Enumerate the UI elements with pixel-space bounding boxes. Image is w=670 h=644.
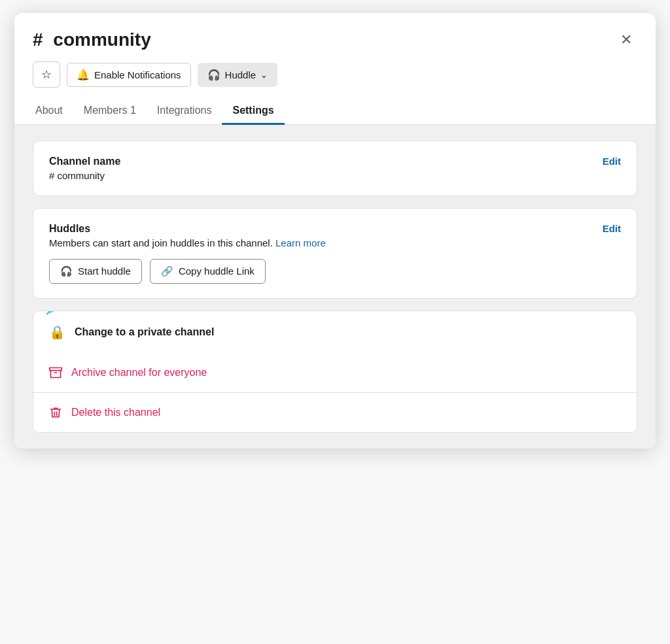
channel-hash: # [33,29,43,50]
copy-huddle-link-label: Copy huddle Link [179,265,255,277]
channel-actions-card-inner: 🔒 Change to a private channel Archive ch… [33,311,637,432]
channel-name-value: # community [49,170,621,181]
chevron-down-icon: ⌄ [260,70,268,80]
start-huddle-icon: 🎧 [60,265,73,277]
archive-channel-row[interactable]: Archive channel for everyone [33,353,637,393]
action-bar: ☆ 🔔 Enable Notifications 🎧 Huddle ⌄ [14,51,656,88]
archive-icon [49,366,62,379]
trash-icon [49,406,62,419]
modal-header: # community ✕ [14,13,656,51]
settings-body: Channel name # community Edit Huddles Me… [14,125,656,449]
huddle-button[interactable]: 🎧 Huddle ⌄ [198,63,278,87]
lock-icon: 🔒 [49,324,65,340]
start-huddle-label: Start huddle [78,265,131,277]
link-icon: 🔗 [161,265,173,277]
huddles-card-inner: Huddles Members can start and join huddl… [33,209,637,298]
change-to-private-label: Change to a private channel [75,326,214,338]
headphone-icon: 🎧 [207,69,220,81]
svg-rect-1 [50,367,62,370]
tab-integrations[interactable]: Integrations [147,98,222,125]
channel-actions-card: 🔒 Change to a private channel Archive ch… [33,311,637,433]
channel-name-title: Channel name [49,156,621,167]
star-icon: ☆ [41,67,52,82]
huddle-action-buttons: 🎧 Start huddle 🔗 Copy huddle Link [49,259,621,284]
channel-name-edit-button[interactable]: Edit [603,156,621,167]
channel-name-card: Channel name # community Edit [33,141,637,196]
modal-title: # community [33,29,151,50]
bell-icon: 🔔 [77,69,90,81]
learn-more-link[interactable]: Learn more [275,237,326,248]
change-to-private-row[interactable]: 🔒 Change to a private channel [33,311,637,353]
tab-members[interactable]: Members 1 [73,98,147,125]
star-button[interactable]: ☆ [33,61,60,88]
start-huddle-button[interactable]: 🎧 Start huddle [49,259,142,284]
huddles-edit-button[interactable]: Edit [603,223,621,234]
huddle-label: Huddle [225,69,256,80]
channel-name-card-inner: Channel name # community Edit [33,141,637,195]
huddles-description: Members can start and join huddles in th… [49,237,621,248]
archive-channel-label: Archive channel for everyone [71,367,207,379]
close-button[interactable]: ✕ [615,29,637,51]
tab-settings[interactable]: Settings [222,98,284,125]
copy-huddle-link-button[interactable]: 🔗 Copy huddle Link [150,259,266,284]
huddles-title: Huddles [49,223,621,235]
notifications-label: Enable Notifications [94,69,181,80]
huddles-card: Huddles Members can start and join huddl… [33,208,637,299]
delete-channel-row[interactable]: Delete this channel [33,393,637,432]
tab-about[interactable]: About [33,98,73,125]
delete-channel-label: Delete this channel [71,407,160,418]
channel-settings-modal: # community ✕ ☆ 🔔 Enable Notifications 🎧… [14,13,656,449]
enable-notifications-button[interactable]: 🔔 Enable Notifications [67,63,191,87]
close-icon: ✕ [620,31,632,48]
tabs-bar: About Members 1 Integrations Settings [14,88,656,125]
